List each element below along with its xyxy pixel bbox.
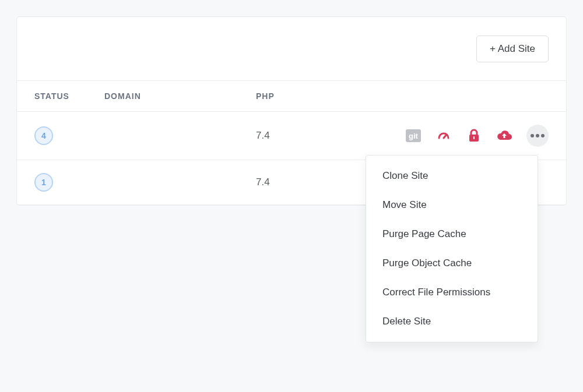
- cloud-upload-icon[interactable]: [496, 128, 512, 144]
- menu-item-clone-site[interactable]: Clone Site: [366, 161, 538, 190]
- php-version: 7.4: [256, 130, 349, 142]
- dots-icon: [531, 134, 545, 137]
- gauge-icon[interactable]: [436, 128, 452, 144]
- status-badge[interactable]: 1: [34, 173, 53, 192]
- menu-item-purge-page-cache[interactable]: Purge Page Cache: [366, 220, 538, 249]
- add-site-button[interactable]: + Add Site: [476, 36, 549, 62]
- lock-icon[interactable]: [466, 128, 482, 144]
- menu-item-delete-site[interactable]: Delete Site: [366, 307, 538, 336]
- git-icon[interactable]: git: [405, 128, 422, 144]
- row-actions-dropdown: Clone Site Move Site Purge Page Cache Pu…: [366, 155, 538, 342]
- status-badge[interactable]: 4: [34, 126, 53, 145]
- table-row: 4 7.4 git: [17, 112, 566, 160]
- menu-item-move-site[interactable]: Move Site: [366, 190, 538, 220]
- column-header-status: STATUS: [34, 91, 104, 101]
- column-header-php: PHP: [256, 91, 349, 101]
- table-header: STATUS DOMAIN PHP: [17, 81, 566, 112]
- svg-line-0: [444, 135, 446, 138]
- menu-item-correct-file-permissions[interactable]: Correct File Permissions: [366, 278, 538, 307]
- svg-rect-2: [473, 136, 475, 139]
- php-version: 7.4: [256, 176, 349, 188]
- menu-item-purge-object-cache[interactable]: Purge Object Cache: [366, 249, 538, 278]
- column-header-domain: DOMAIN: [104, 91, 256, 101]
- panel-header: + Add Site: [17, 17, 566, 81]
- more-actions-button[interactable]: [526, 125, 549, 147]
